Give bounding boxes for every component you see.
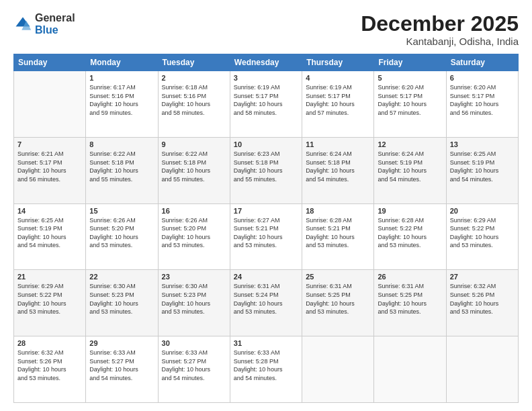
calendar-cell xyxy=(374,336,446,403)
day-info: Sunrise: 6:20 AM Sunset: 5:17 PM Dayligh… xyxy=(450,83,515,117)
calendar-header-wednesday: Wednesday xyxy=(230,54,302,71)
day-number: 27 xyxy=(450,273,515,281)
day-info: Sunrise: 6:31 AM Sunset: 5:25 PM Dayligh… xyxy=(306,282,370,316)
day-info: Sunrise: 6:29 AM Sunset: 5:22 PM Dayligh… xyxy=(17,282,82,316)
logo: General Blue xyxy=(13,12,75,36)
calendar-cell: 21Sunrise: 6:29 AM Sunset: 5:22 PM Dayli… xyxy=(14,270,86,336)
calendar-cell xyxy=(302,336,374,403)
day-info: Sunrise: 6:28 AM Sunset: 5:22 PM Dayligh… xyxy=(378,216,442,250)
day-number: 14 xyxy=(17,207,82,215)
day-info: Sunrise: 6:32 AM Sunset: 5:26 PM Dayligh… xyxy=(450,282,515,316)
calendar-cell: 11Sunrise: 6:24 AM Sunset: 5:18 PM Dayli… xyxy=(302,137,374,203)
calendar-week-4: 21Sunrise: 6:29 AM Sunset: 5:22 PM Dayli… xyxy=(14,270,519,336)
calendar-cell: 1Sunrise: 6:17 AM Sunset: 5:16 PM Daylig… xyxy=(86,71,158,138)
calendar-cell: 29Sunrise: 6:33 AM Sunset: 5:27 PM Dayli… xyxy=(86,336,158,403)
calendar-cell: 31Sunrise: 6:33 AM Sunset: 5:28 PM Dayli… xyxy=(230,336,302,403)
calendar-cell: 25Sunrise: 6:31 AM Sunset: 5:25 PM Dayli… xyxy=(302,270,374,336)
day-number: 28 xyxy=(17,339,82,347)
day-number: 25 xyxy=(306,273,370,281)
calendar-cell: 13Sunrise: 6:25 AM Sunset: 5:19 PM Dayli… xyxy=(446,137,518,203)
calendar-cell: 12Sunrise: 6:24 AM Sunset: 5:19 PM Dayli… xyxy=(374,137,446,203)
calendar-cell: 14Sunrise: 6:25 AM Sunset: 5:19 PM Dayli… xyxy=(14,203,86,270)
day-info: Sunrise: 6:18 AM Sunset: 5:16 PM Dayligh… xyxy=(162,83,226,117)
calendar-cell: 5Sunrise: 6:20 AM Sunset: 5:17 PM Daylig… xyxy=(374,71,446,138)
day-number: 20 xyxy=(450,207,515,215)
day-number: 4 xyxy=(306,74,370,82)
day-number: 18 xyxy=(306,207,370,215)
calendar-cell: 6Sunrise: 6:20 AM Sunset: 5:17 PM Daylig… xyxy=(446,71,518,138)
day-info: Sunrise: 6:22 AM Sunset: 5:18 PM Dayligh… xyxy=(89,150,154,183)
logo-icon xyxy=(13,15,32,34)
day-info: Sunrise: 6:29 AM Sunset: 5:22 PM Dayligh… xyxy=(450,216,515,250)
day-info: Sunrise: 6:32 AM Sunset: 5:26 PM Dayligh… xyxy=(17,349,82,382)
calendar-header-thursday: Thursday xyxy=(302,54,374,71)
day-info: Sunrise: 6:25 AM Sunset: 5:19 PM Dayligh… xyxy=(17,216,82,250)
calendar-header-saturday: Saturday xyxy=(446,54,518,71)
calendar-cell: 2Sunrise: 6:18 AM Sunset: 5:16 PM Daylig… xyxy=(158,71,230,138)
day-number: 3 xyxy=(234,74,298,82)
day-info: Sunrise: 6:20 AM Sunset: 5:17 PM Dayligh… xyxy=(378,83,442,117)
calendar-cell: 3Sunrise: 6:19 AM Sunset: 5:17 PM Daylig… xyxy=(230,71,302,138)
calendar-header-friday: Friday xyxy=(374,54,446,71)
day-number: 12 xyxy=(378,140,442,148)
day-info: Sunrise: 6:24 AM Sunset: 5:18 PM Dayligh… xyxy=(306,150,370,183)
calendar-cell: 24Sunrise: 6:31 AM Sunset: 5:24 PM Dayli… xyxy=(230,270,302,336)
day-info: Sunrise: 6:19 AM Sunset: 5:17 PM Dayligh… xyxy=(306,83,370,117)
calendar-week-1: 1Sunrise: 6:17 AM Sunset: 5:16 PM Daylig… xyxy=(14,71,519,138)
day-number: 29 xyxy=(89,339,154,347)
calendar-header-row: SundayMondayTuesdayWednesdayThursdayFrid… xyxy=(14,54,519,71)
month-title: December 2025 xyxy=(361,12,519,36)
day-info: Sunrise: 6:28 AM Sunset: 5:21 PM Dayligh… xyxy=(306,216,370,250)
calendar-header-tuesday: Tuesday xyxy=(158,54,230,71)
day-info: Sunrise: 6:33 AM Sunset: 5:27 PM Dayligh… xyxy=(162,349,226,382)
day-info: Sunrise: 6:23 AM Sunset: 5:18 PM Dayligh… xyxy=(234,150,298,183)
day-number: 10 xyxy=(234,140,298,148)
calendar-cell xyxy=(14,71,86,138)
day-info: Sunrise: 6:25 AM Sunset: 5:19 PM Dayligh… xyxy=(450,150,515,183)
location: Kantabanji, Odisha, India xyxy=(361,36,519,47)
day-number: 9 xyxy=(162,140,226,148)
day-number: 2 xyxy=(162,74,226,82)
calendar-cell: 28Sunrise: 6:32 AM Sunset: 5:26 PM Dayli… xyxy=(14,336,86,403)
day-number: 17 xyxy=(234,207,298,215)
calendar-cell: 26Sunrise: 6:31 AM Sunset: 5:25 PM Dayli… xyxy=(374,270,446,336)
calendar-header-sunday: Sunday xyxy=(14,54,86,71)
day-number: 11 xyxy=(306,140,370,148)
day-number: 19 xyxy=(378,207,442,215)
calendar-cell: 18Sunrise: 6:28 AM Sunset: 5:21 PM Dayli… xyxy=(302,203,374,270)
calendar-cell: 7Sunrise: 6:21 AM Sunset: 5:17 PM Daylig… xyxy=(14,137,86,203)
day-number: 24 xyxy=(234,273,298,281)
page: General Blue December 2025 Kantabanji, O… xyxy=(0,0,532,411)
day-number: 16 xyxy=(162,207,226,215)
day-number: 7 xyxy=(17,140,82,148)
calendar-cell: 30Sunrise: 6:33 AM Sunset: 5:27 PM Dayli… xyxy=(158,336,230,403)
header: General Blue December 2025 Kantabanji, O… xyxy=(13,12,519,47)
calendar-week-2: 7Sunrise: 6:21 AM Sunset: 5:17 PM Daylig… xyxy=(14,137,519,203)
day-info: Sunrise: 6:30 AM Sunset: 5:23 PM Dayligh… xyxy=(89,282,154,316)
calendar-week-3: 14Sunrise: 6:25 AM Sunset: 5:19 PM Dayli… xyxy=(14,203,519,270)
calendar-cell: 4Sunrise: 6:19 AM Sunset: 5:17 PM Daylig… xyxy=(302,71,374,138)
calendar-cell: 27Sunrise: 6:32 AM Sunset: 5:26 PM Dayli… xyxy=(446,270,518,336)
calendar-cell: 20Sunrise: 6:29 AM Sunset: 5:22 PM Dayli… xyxy=(446,203,518,270)
calendar-cell xyxy=(446,336,518,403)
day-number: 23 xyxy=(162,273,226,281)
day-info: Sunrise: 6:19 AM Sunset: 5:17 PM Dayligh… xyxy=(234,83,298,117)
calendar-cell: 17Sunrise: 6:27 AM Sunset: 5:21 PM Dayli… xyxy=(230,203,302,270)
logo-blue-text: Blue xyxy=(35,24,58,36)
day-info: Sunrise: 6:26 AM Sunset: 5:20 PM Dayligh… xyxy=(89,216,154,250)
day-info: Sunrise: 6:33 AM Sunset: 5:27 PM Dayligh… xyxy=(89,349,154,382)
calendar-cell: 19Sunrise: 6:28 AM Sunset: 5:22 PM Dayli… xyxy=(374,203,446,270)
calendar-week-5: 28Sunrise: 6:32 AM Sunset: 5:26 PM Dayli… xyxy=(14,336,519,403)
day-info: Sunrise: 6:30 AM Sunset: 5:23 PM Dayligh… xyxy=(162,282,226,316)
day-info: Sunrise: 6:22 AM Sunset: 5:18 PM Dayligh… xyxy=(162,150,226,183)
calendar-cell: 22Sunrise: 6:30 AM Sunset: 5:23 PM Dayli… xyxy=(86,270,158,336)
day-info: Sunrise: 6:21 AM Sunset: 5:17 PM Dayligh… xyxy=(17,150,82,183)
calendar-cell: 15Sunrise: 6:26 AM Sunset: 5:20 PM Dayli… xyxy=(86,203,158,270)
calendar-header-monday: Monday xyxy=(86,54,158,71)
day-number: 26 xyxy=(378,273,442,281)
day-info: Sunrise: 6:17 AM Sunset: 5:16 PM Dayligh… xyxy=(89,83,154,117)
calendar-cell: 9Sunrise: 6:22 AM Sunset: 5:18 PM Daylig… xyxy=(158,137,230,203)
day-number: 30 xyxy=(162,339,226,347)
day-number: 8 xyxy=(89,140,154,148)
day-info: Sunrise: 6:31 AM Sunset: 5:25 PM Dayligh… xyxy=(378,282,442,316)
